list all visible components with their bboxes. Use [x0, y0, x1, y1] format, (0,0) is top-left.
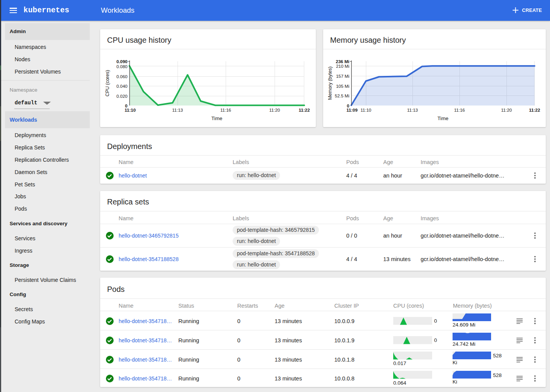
- svg-text:236 Mi: 236 Mi: [336, 59, 349, 64]
- svg-text:11:20: 11:20: [269, 108, 280, 112]
- svg-text:11:09: 11:09: [347, 108, 358, 112]
- svg-text:0.080: 0.080: [116, 64, 127, 69]
- svg-text:11:10: 11:10: [361, 108, 371, 112]
- svg-text:Time: Time: [438, 116, 448, 121]
- svg-text:210 Mi: 210 Mi: [336, 64, 349, 69]
- svg-text:105 Mi: 105 Mi: [336, 84, 349, 89]
- svg-text:11:22: 11:22: [529, 108, 540, 112]
- svg-text:Memory (bytes): Memory (bytes): [327, 67, 333, 100]
- svg-text:11:13: 11:13: [172, 108, 183, 112]
- svg-text:0.040: 0.040: [116, 84, 127, 89]
- svg-text:0: 0: [125, 104, 127, 108]
- svg-text:0: 0: [347, 104, 349, 108]
- svg-text:0.020: 0.020: [116, 94, 127, 99]
- svg-text:CPU (cores): CPU (cores): [105, 70, 110, 97]
- svg-text:157 Mi: 157 Mi: [336, 74, 349, 79]
- svg-text:11:20: 11:20: [501, 108, 512, 112]
- svg-text:0.090: 0.090: [116, 59, 127, 64]
- svg-text:52.5 Mi: 52.5 Mi: [335, 94, 349, 98]
- svg-text:11:10: 11:10: [125, 108, 136, 112]
- svg-text:11:16: 11:16: [220, 108, 231, 112]
- svg-text:11:22: 11:22: [299, 108, 310, 112]
- svg-text:Time: Time: [211, 116, 222, 121]
- svg-text:11:16: 11:16: [454, 108, 465, 112]
- svg-text:11:13: 11:13: [407, 108, 418, 112]
- svg-text:0.060: 0.060: [116, 74, 127, 79]
